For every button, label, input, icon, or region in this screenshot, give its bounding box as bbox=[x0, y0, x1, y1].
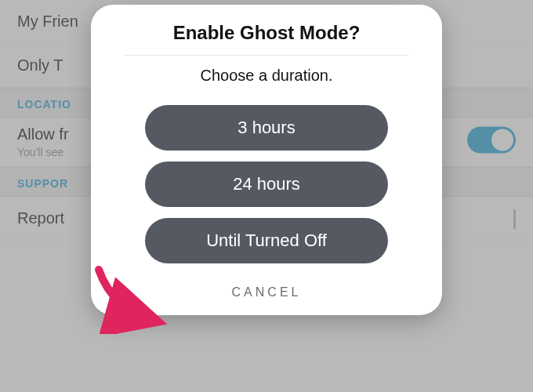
modal-title: Enable Ghost Mode? bbox=[173, 22, 361, 55]
option-3-hours-button[interactable]: 3 hours bbox=[145, 105, 388, 151]
modal-subtitle: Choose a duration. bbox=[200, 67, 332, 85]
cancel-button[interactable]: CANCEL bbox=[223, 279, 311, 306]
option-until-off-button[interactable]: Until Turned Off bbox=[145, 218, 388, 263]
ghost-mode-modal: Enable Ghost Mode? Choose a duration. 3 … bbox=[91, 5, 442, 315]
option-24-hours-button[interactable]: 24 hours bbox=[145, 162, 388, 207]
divider bbox=[124, 55, 409, 56]
